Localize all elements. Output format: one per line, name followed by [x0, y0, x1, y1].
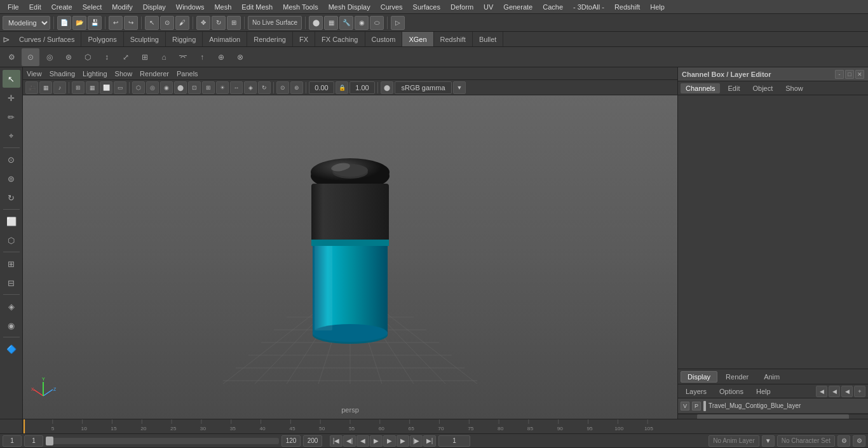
anim-layer-dropdown[interactable]: ▼	[762, 435, 775, 447]
vp-shade1-btn[interactable]: ⬡	[132, 81, 145, 94]
frame-display-field[interactable]: 1	[438, 435, 470, 447]
vp-menu-renderer[interactable]: Renderer	[140, 70, 169, 78]
redo-btn[interactable]: ↪	[124, 16, 138, 30]
step-fwd-btn[interactable]: ▶	[397, 435, 409, 447]
layers-add-to-layer-btn[interactable]: ◀	[816, 386, 827, 397]
layers-new-btn[interactable]: +	[854, 386, 865, 397]
frame-slider[interactable]	[46, 438, 279, 444]
total-end-field[interactable]: 200	[303, 435, 322, 447]
vp-shade2-btn[interactable]: ◎	[146, 81, 159, 94]
vp-isolate-btn[interactable]: ◈	[244, 81, 257, 94]
snap-tool[interactable]: ⊚	[3, 170, 20, 187]
vp-menu-show[interactable]: Show	[115, 70, 133, 78]
xgen-tool10[interactable]: ↑	[193, 48, 211, 66]
dra-tab-render[interactable]: Render	[719, 371, 756, 383]
vp-audio-btn[interactable]: ♪	[53, 81, 66, 94]
cb-tab-show[interactable]: Show	[780, 83, 808, 93]
dra-tab-anim[interactable]: Anim	[757, 371, 787, 383]
sculpt-tool[interactable]: ⌖	[3, 127, 20, 145]
vp-anim-btn[interactable]: ↻	[258, 81, 271, 94]
menu-edit[interactable]: Edit	[24, 2, 46, 12]
menu-modify[interactable]: Modify	[107, 2, 137, 12]
tabs-collapse-btn[interactable]: ⊳	[0, 32, 13, 46]
menu-mesh-display[interactable]: Mesh Display	[323, 2, 376, 12]
menu-redshift[interactable]: Redshift	[609, 2, 645, 12]
tab-fx[interactable]: FX	[293, 32, 315, 46]
xgen-tool3[interactable]: ⊛	[60, 48, 78, 66]
lasso-select-tool[interactable]: ⬡	[3, 231, 20, 249]
isolate-tool[interactable]: ◈	[3, 297, 20, 315]
frame-slider-thumb[interactable]	[46, 437, 53, 445]
extra-btn1[interactable]: ▷	[391, 16, 405, 30]
lst-tab-options[interactable]: Options	[714, 386, 749, 397]
open-scene-btn[interactable]: 📂	[72, 16, 86, 30]
render-active-btn[interactable]: ⬭	[370, 16, 384, 30]
cb-tab-channels[interactable]: Channels	[681, 83, 720, 93]
soft-select-tool[interactable]: ↻	[3, 189, 20, 207]
lst-tab-layers[interactable]: Layers	[681, 386, 712, 397]
vp-frame-btn[interactable]: ⬜	[100, 81, 112, 94]
tab-sculpting[interactable]: Sculpting	[124, 32, 166, 46]
vp-color-down-icon[interactable]: ▼	[453, 81, 466, 94]
xgen-tool11[interactable]: ⊕	[212, 48, 230, 66]
go-to-end-btn[interactable]: ▶|	[423, 435, 436, 447]
rotate-tool-btn[interactable]: ↻	[212, 16, 226, 30]
menu-cache[interactable]: Cache	[538, 2, 568, 12]
xgen-tool1[interactable]: ⊙	[22, 48, 39, 66]
new-scene-btn[interactable]: 📄	[57, 16, 71, 30]
cb-minimize-btn[interactable]: -	[835, 70, 844, 79]
layers-scrollbar[interactable]	[678, 414, 868, 419]
vp-menu-lighting[interactable]: Lighting	[83, 70, 107, 78]
layers-remove-from-layer-btn[interactable]: ◀	[829, 386, 840, 397]
xgen-tool4[interactable]: ⬡	[79, 48, 97, 66]
menu-deform[interactable]: Deform	[445, 2, 478, 12]
cb-close-btn[interactable]: ✕	[855, 70, 864, 79]
menu-file[interactable]: File	[3, 2, 24, 12]
menu-display[interactable]: Display	[138, 2, 171, 12]
tab-polygons[interactable]: Polygons	[81, 32, 123, 46]
xgen-tool2[interactable]: ◎	[41, 48, 58, 66]
vp-lock-btn[interactable]: 🔒	[336, 81, 348, 94]
render-btn[interactable]: ⬤	[309, 16, 323, 30]
tab-xgen[interactable]: XGen	[402, 32, 433, 46]
tab-custom[interactable]: Custom	[365, 32, 403, 46]
group-tool[interactable]: ⊞	[3, 255, 20, 273]
step-back-btn[interactable]: ◀	[356, 435, 369, 447]
go-to-start-btn[interactable]: |◀	[330, 435, 342, 447]
layers-select-in-layer-btn[interactable]: ◀	[841, 386, 853, 397]
vp-wire-btn[interactable]: ⊡	[188, 81, 201, 94]
tab-rendering[interactable]: Rendering	[247, 32, 293, 46]
menu-help[interactable]: Help	[645, 2, 670, 12]
vp-menu-panels[interactable]: Panels	[177, 70, 198, 78]
play-fwd-btn[interactable]: ▶	[383, 435, 396, 447]
move-tool-btn[interactable]: ✥	[196, 16, 210, 30]
workspace-selector[interactable]: Modeling	[3, 16, 50, 30]
tab-fx-caching[interactable]: FX Caching	[315, 32, 365, 46]
vp-menu-view[interactable]: View	[27, 70, 42, 78]
tab-redshift[interactable]: Redshift	[434, 32, 473, 46]
vp-snap-btn[interactable]: ⊙	[276, 81, 289, 94]
vp-film-btn[interactable]: ▦	[39, 81, 52, 94]
vp-clip-btn[interactable]: ⊚	[290, 81, 303, 94]
bottom-tool1[interactable]: 🔷	[3, 340, 20, 358]
xgen-tool12[interactable]: ⊗	[231, 48, 249, 66]
scale-tool-btn[interactable]: ⊞	[227, 16, 241, 30]
current-frame-field[interactable]: 1	[3, 435, 22, 447]
select-tool-btn[interactable]: ↖	[145, 16, 159, 30]
ungroup-tool[interactable]: ⊟	[3, 274, 20, 292]
menu-select[interactable]: Select	[78, 2, 107, 12]
paint-select-btn[interactable]: 🖌	[175, 16, 189, 30]
vp-camera-btn[interactable]: 🎥	[25, 81, 38, 94]
render-view-btn[interactable]: ◉	[355, 16, 369, 30]
save-scene-btn[interactable]: 💾	[88, 16, 102, 30]
dra-tab-display[interactable]: Display	[681, 371, 717, 383]
cb-maximize-btn[interactable]: □	[845, 70, 854, 79]
xgen-tool9[interactable]: ⌤	[174, 48, 192, 66]
cb-tab-object[interactable]: Object	[747, 83, 778, 93]
char-set-field[interactable]: No Character Set	[777, 435, 835, 447]
render-settings-btn[interactable]: 🔧	[339, 16, 353, 30]
menu-surfaces[interactable]: Surfaces	[408, 2, 445, 12]
vp-gate-btn[interactable]: ▭	[114, 81, 126, 94]
live-surface-btn[interactable]: No Live Surface	[248, 16, 302, 30]
range-start-field[interactable]: 1	[24, 435, 43, 447]
